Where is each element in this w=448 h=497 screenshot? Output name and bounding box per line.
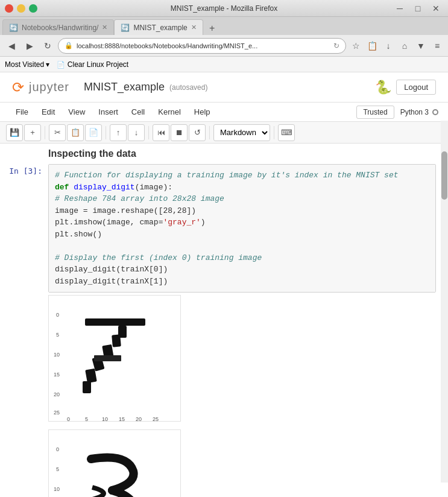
- y-tick-25: 25: [54, 410, 60, 416]
- run-stop-button[interactable]: ⏹: [171, 124, 188, 141]
- y2-tick-5: 5: [56, 466, 59, 472]
- window-controls[interactable]: [5, 4, 37, 13]
- new-tab-button[interactable]: +: [206, 22, 219, 35]
- menu-bar: File Edit View Insert Cell Kernel Help T…: [0, 103, 448, 122]
- back-button[interactable]: ◀: [4, 38, 19, 54]
- y2-tick-10: 10: [54, 486, 60, 492]
- notebook-title[interactable]: MNIST_example: [84, 81, 165, 93]
- tab-mnist-icon: 🔄: [121, 24, 130, 32]
- section-heading: Inspecting the data: [0, 144, 448, 162]
- add-cell-button[interactable]: +: [24, 124, 41, 141]
- menu-file[interactable]: File: [10, 105, 34, 119]
- menu-items: File Edit View Insert Cell Kernel Help: [10, 105, 216, 119]
- svg-rect-0: [85, 318, 145, 326]
- titlebar-minimize-icon[interactable]: ─: [393, 1, 407, 16]
- menu-cell[interactable]: Cell: [125, 105, 151, 119]
- cell-label: In [3]:: [0, 164, 48, 293]
- plot-svg-1: 0 5 10 15 20 25 0 5 10 15 20 25: [48, 295, 181, 422]
- code-line-4: image = image.reshape([28,28]): [55, 205, 429, 217]
- window-title: MNIST_example - Mozilla Firefox: [171, 4, 277, 13]
- lock-icon: 🔒: [65, 42, 73, 49]
- kernel-status-circle: [432, 109, 438, 115]
- code-line-1: # Function for displaying a training ima…: [55, 169, 429, 182]
- y-tick-15: 15: [54, 372, 60, 378]
- run-prev-button[interactable]: ⏮: [153, 124, 169, 141]
- scrollbar-thumb[interactable]: [441, 151, 447, 200]
- url-text: localhost:8888/notebooks/Notebooks/Handw…: [77, 42, 330, 49]
- code-area: # Function for displaying a training ima…: [49, 165, 435, 292]
- tab-mnist-close[interactable]: ✕: [191, 24, 197, 31]
- x-tick-5: 5: [85, 416, 88, 422]
- run-restart-button[interactable]: ↺: [189, 124, 206, 141]
- y2-tick-0: 0: [56, 446, 59, 452]
- menu-edit[interactable]: Edit: [36, 105, 61, 119]
- navbar: ◀ ▶ ↻ 🔒 localhost:8888/notebooks/Noteboo…: [0, 35, 448, 57]
- code-line-7: # Display the first (index 0) training i…: [55, 252, 429, 264]
- menu-help[interactable]: Help: [188, 105, 216, 119]
- titlebar: MNIST_example - Mozilla Firefox ─ □ ✕: [0, 0, 448, 17]
- menu-insert[interactable]: Insert: [92, 105, 124, 119]
- move-down-button[interactable]: ↓: [128, 124, 145, 141]
- tab-handwriting-icon: 🔄: [9, 24, 18, 32]
- bookmark-star-icon[interactable]: ☆: [349, 39, 363, 53]
- python-logo-icon: 🐍: [375, 80, 391, 95]
- code-cell: In [3]: # Function for displaying a trai…: [0, 162, 448, 295]
- code-line-5: plt.imshow(image, cmap='gray_r'): [55, 217, 429, 229]
- toolbar-separator-1: [45, 126, 45, 139]
- header-right: 🐍 Logout: [375, 80, 436, 95]
- minimize-button[interactable]: [17, 4, 25, 13]
- output-plot-1: 0 5 10 15 20 25 0 5 10 15 20 25: [0, 295, 448, 429]
- titlebar-restore-icon[interactable]: □: [411, 1, 425, 16]
- pocket-icon[interactable]: ▼: [414, 39, 428, 53]
- save-button[interactable]: 💾: [6, 124, 23, 141]
- cut-button[interactable]: ✂: [49, 124, 66, 141]
- bookmark-clear-linux[interactable]: 📄 Clear Linux Project: [57, 60, 128, 69]
- menu-view[interactable]: View: [62, 105, 91, 119]
- forward-button[interactable]: ▶: [22, 38, 37, 54]
- address-bar[interactable]: 🔒 localhost:8888/notebooks/Notebooks/Han…: [58, 38, 346, 54]
- tab-mnist-label: MNIST_example: [133, 24, 187, 32]
- kernel-info: Python 3: [400, 108, 438, 116]
- download-icon[interactable]: ↓: [381, 39, 396, 53]
- keyboard-shortcuts-button[interactable]: ⌨: [278, 124, 295, 141]
- tab-handwriting[interactable]: 🔄 Notebooks/Handwriting/ ✕: [2, 19, 114, 35]
- svg-rect-7: [94, 355, 121, 361]
- refresh-icon: ↻: [333, 42, 339, 50]
- x-tick-0: 0: [67, 416, 70, 422]
- menu-kernel[interactable]: Kernel: [152, 105, 187, 119]
- scrollbar-track[interactable]: [441, 144, 448, 483]
- toolbar-separator-5: [274, 126, 274, 139]
- tab-mnist[interactable]: 🔄 MNIST_example ✕: [114, 19, 203, 35]
- logout-button[interactable]: Logout: [396, 80, 436, 95]
- reading-view-icon[interactable]: 📋: [365, 39, 379, 53]
- code-line-6: plt.show(): [55, 229, 429, 241]
- maximize-button[interactable]: [29, 4, 37, 13]
- code-line-blank: [55, 240, 429, 252]
- menu-icon[interactable]: ≡: [430, 39, 444, 53]
- svg-rect-2: [112, 334, 121, 347]
- paste-button[interactable]: 📄: [85, 124, 102, 141]
- code-line-8: display_digit(trainX[0]): [55, 264, 429, 276]
- copy-button[interactable]: 📋: [67, 124, 84, 141]
- reload-button[interactable]: ↻: [40, 38, 55, 54]
- y-tick-20: 20: [54, 391, 60, 397]
- toolbar: 💾 + ✂ 📋 📄 ↑ ↓ ⏮ ⏹ ↺ Markdown ⌨: [0, 122, 448, 144]
- jupyter-logo-icon: ⟳: [12, 79, 24, 96]
- y-tick-10: 10: [54, 352, 60, 358]
- autosaved-label: (autosaved): [169, 83, 207, 92]
- home-icon[interactable]: ⌂: [397, 39, 412, 53]
- cell-content[interactable]: # Function for displaying a training ima…: [48, 164, 436, 293]
- cell-type-select[interactable]: Markdown: [213, 124, 270, 141]
- move-up-button[interactable]: ↑: [110, 124, 127, 141]
- trusted-button[interactable]: Trusted: [356, 106, 394, 119]
- y-tick-5: 5: [56, 332, 59, 338]
- bookmark-most-visited[interactable]: Most Visited ▾: [5, 60, 49, 69]
- tab-handwriting-close[interactable]: ✕: [102, 24, 107, 31]
- x-tick-20: 20: [136, 416, 142, 422]
- code-line-2: def display_digit(image):: [55, 182, 429, 194]
- titlebar-close-icon[interactable]: ✕: [429, 1, 443, 16]
- close-button[interactable]: [5, 4, 13, 13]
- svg-rect-6: [83, 381, 91, 393]
- toolbar-separator-3: [148, 126, 149, 139]
- y-tick-0: 0: [56, 312, 59, 318]
